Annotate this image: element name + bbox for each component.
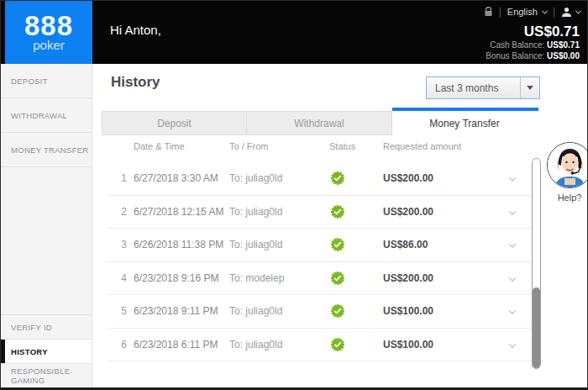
row-expand-chevron-icon[interactable] — [510, 206, 515, 218]
sidebar-item-label: DEPOSIT — [11, 76, 48, 86]
row-to-from: To: juliag0ld — [229, 305, 282, 317]
divider: | — [553, 6, 555, 18]
cash-balance-line: Cash Balance: US$0.71 — [486, 40, 580, 50]
tab-label: Money Transfer — [429, 118, 499, 129]
balance-summary: US$0.71 Cash Balance: US$0.71 Bonus Bala… — [486, 24, 580, 61]
tab-money-transfer[interactable]: Money Transfer — [392, 111, 538, 135]
row-amount: US$100.00 — [383, 305, 433, 317]
transactions-table: Date & Time To / From Status Requested a… — [108, 138, 535, 361]
sidebar-item-label: WITHDRAWAL — [11, 111, 67, 120]
user-icon — [561, 7, 572, 18]
cash-balance-label: Cash Balance: — [490, 40, 544, 50]
date-range-value: Last 3 months — [427, 82, 520, 94]
sidebar-item-verify-id[interactable]: VERIFY ID — [1, 314, 92, 339]
row-amount: US$86.00 — [383, 239, 428, 250]
logo-poker-text: poker — [33, 39, 65, 51]
bonus-balance-label: Bonus Balance: — [486, 51, 544, 61]
row-to-from: To: juliag0ld — [229, 339, 282, 350]
sidebar-item-withdrawal[interactable]: WITHDRAWAL — [1, 98, 92, 133]
sidebar-bottom-group: VERIFY ID HISTORY RESPONSIBLE GAMING — [1, 314, 92, 387]
row-datetime: 6/23/2018 6:11 PM — [134, 339, 218, 350]
help-widget[interactable]: Help? — [544, 142, 588, 203]
row-to-from: To: juliag0ld — [229, 172, 282, 184]
table-row[interactable]: 3 6/26/2018 11:38 PM To: juliag0ld — [108, 229, 535, 262]
table-header: Date & Time To / From Status Requested a… — [108, 138, 535, 162]
history-tabs: Deposit Withdrawal Money Transfer — [102, 111, 538, 135]
cash-balance-value: US$0.71 — [547, 40, 580, 50]
row-datetime: 6/23/2018 9:16 PM — [134, 272, 218, 284]
sidebar-item-label: VERIFY ID — [11, 323, 52, 332]
sidebar-item-label: RESPONSIBLE GAMING — [11, 366, 92, 385]
help-avatar[interactable] — [547, 142, 588, 188]
row-index: 2 — [108, 206, 127, 218]
scrollbar-thumb[interactable] — [533, 287, 540, 368]
sidebar-item-money-transfer[interactable]: MONEY TRANSFER — [1, 133, 92, 167]
sidebar-item-label: MONEY TRANSFER — [11, 145, 89, 155]
date-range-dropdown[interactable]: Last 3 months — [426, 76, 540, 99]
row-expand-chevron-icon[interactable] — [510, 172, 515, 184]
bonus-balance-value: US$0.00 — [547, 51, 580, 61]
row-index: 5 — [108, 305, 127, 317]
page-title: History — [111, 74, 160, 91]
row-amount: US$200.00 — [383, 172, 433, 184]
language-selector[interactable]: English — [507, 7, 547, 17]
tab-deposit[interactable]: Deposit — [102, 111, 247, 135]
row-to-from: To: juliag0ld — [229, 239, 282, 250]
table-row[interactable]: 5 6/23/2018 9:11 PM To: juliag0ld — [108, 295, 535, 329]
chevron-down-icon — [575, 8, 581, 13]
bonus-balance-line: Bonus Balance: US$0.00 — [486, 50, 580, 61]
account-menu[interactable] — [561, 7, 580, 18]
logo-888-text: 888 — [24, 13, 73, 39]
table-scrollbar[interactable] — [532, 158, 541, 369]
user-greeting: Hi Anton, — [110, 23, 161, 37]
dropdown-arrow-icon — [520, 77, 539, 98]
top-header-bar: 888 poker Hi Anton, | English | — [1, 1, 587, 64]
row-amount: US$100.00 — [383, 339, 433, 350]
column-status: Status — [329, 141, 355, 151]
language-label: English — [507, 7, 538, 17]
row-datetime: 6/27/2018 3:30 AM — [134, 172, 218, 184]
status-approved-icon — [331, 171, 344, 185]
chevron-down-icon — [542, 8, 548, 13]
help-label: Help? — [544, 192, 588, 203]
brand-logo[interactable]: 888 poker — [5, 1, 92, 64]
main-content: History Last 3 months Deposit Withdrawal… — [93, 64, 587, 387]
table-rows: 1 6/27/2018 3:30 AM To: juliag0ld — [108, 162, 535, 361]
divider: | — [499, 6, 501, 18]
row-datetime: 6/26/2018 11:38 PM — [134, 239, 223, 250]
status-approved-icon — [331, 205, 344, 219]
row-datetime: 6/23/2018 9:11 PM — [134, 305, 218, 317]
row-datetime: 6/27/2018 12:15 AM — [134, 206, 223, 218]
status-approved-icon — [331, 238, 344, 251]
table-row[interactable]: 6 6/23/2018 6:11 PM To: juliag0ld — [108, 329, 535, 362]
status-approved-icon — [331, 304, 344, 318]
row-amount: US$200.00 — [383, 206, 433, 218]
status-approved-icon — [331, 338, 344, 351]
sidebar-item-history[interactable]: HISTORY — [1, 339, 92, 363]
row-amount: US$200.00 — [383, 272, 433, 284]
tab-withdrawal[interactable]: Withdrawal — [247, 111, 392, 135]
row-to-from: To: juliag0ld — [229, 206, 282, 218]
sidebar-nav: DEPOSIT WITHDRAWAL MONEY TRANSFER VERIFY… — [1, 64, 92, 387]
row-index: 4 — [108, 272, 127, 284]
table-row[interactable]: 1 6/27/2018 3:30 AM To: juliag0ld — [108, 162, 535, 196]
total-balance: US$0.71 — [486, 24, 580, 40]
status-approved-icon — [331, 271, 344, 285]
column-to-from: To / From — [229, 141, 268, 151]
row-index: 3 — [108, 239, 127, 250]
tab-label: Deposit — [157, 118, 192, 129]
row-index: 6 — [108, 339, 127, 350]
sidebar-item-deposit[interactable]: DEPOSIT — [1, 64, 92, 98]
table-row[interactable]: 2 6/27/2018 12:15 AM To: juliag0ld — [108, 196, 535, 229]
cashier-window: 888 poker Hi Anton, | English | — [0, 0, 588, 390]
column-requested-amount: Requested amount — [383, 141, 461, 151]
row-to-from: To: modelep — [229, 272, 284, 284]
column-date-time: Date & Time — [134, 141, 185, 151]
row-expand-chevron-icon[interactable] — [510, 239, 515, 250]
row-expand-chevron-icon[interactable] — [510, 305, 515, 317]
sidebar-item-responsible-gaming[interactable]: RESPONSIBLE GAMING — [1, 363, 92, 387]
row-expand-chevron-icon[interactable] — [510, 272, 515, 284]
row-index: 1 — [108, 172, 127, 184]
row-expand-chevron-icon[interactable] — [510, 339, 515, 350]
table-row[interactable]: 4 6/23/2018 9:16 PM To: modelep — [108, 262, 535, 296]
